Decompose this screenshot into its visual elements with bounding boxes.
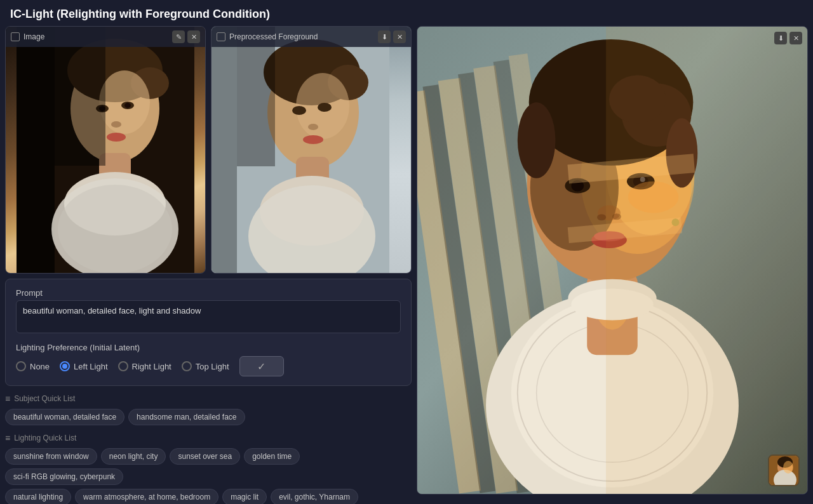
left-panel: Image ✎ ✕: [5, 26, 412, 494]
svg-point-76: [783, 461, 793, 474]
input-portrait-svg: [17, 26, 194, 274]
input-image-label-group: Image: [11, 32, 44, 41]
input-image-close-button[interactable]: ✕: [187, 30, 200, 43]
lighting-tag-sunset[interactable]: sunset over sea: [170, 448, 240, 465]
radio-left-circle: [60, 361, 70, 371]
output-close-button[interactable]: ✕: [789, 32, 802, 44]
svg-rect-18: [212, 27, 237, 274]
subject-quick-list-title: Subject Quick List: [5, 394, 412, 404]
output-panel: ⬇ ✕: [417, 26, 808, 494]
preprocessed-image-box: Preprocessed Foreground ⬇ ✕: [211, 26, 412, 274]
input-image-box: Image ✎ ✕: [5, 26, 206, 274]
radio-right-label: Right Light: [132, 362, 171, 371]
custom-light-icon: ✓: [257, 361, 265, 373]
lighting-quick-list-title: Lighting Quick List: [5, 433, 412, 443]
preprocessed-image-header: Preprocessed Foreground ⬇ ✕: [212, 27, 411, 47]
svg-rect-1: [17, 26, 55, 274]
preprocessed-close-button[interactable]: ✕: [393, 30, 406, 43]
lighting-tag-magic[interactable]: magic lit: [222, 489, 267, 504]
lighting-tag-golden[interactable]: golden time: [244, 448, 300, 465]
input-image-edit-button[interactable]: ✎: [172, 30, 185, 43]
radio-top-light[interactable]: Top Light: [182, 361, 229, 371]
subject-tag-1[interactable]: handsome man, detailed face: [128, 409, 245, 425]
lighting-tag-warm[interactable]: warm atmosphere, at home, bedroom: [75, 489, 218, 504]
lighting-tag-evil[interactable]: evil, gothic, Yharnam: [271, 489, 358, 504]
radio-top-circle: [182, 361, 192, 371]
preprocessed-image-actions: ⬇ ✕: [378, 30, 406, 43]
lighting-tag-neon[interactable]: neon light, city: [101, 448, 166, 465]
controls-panel: Prompt Lighting Preference (Initial Late…: [5, 279, 412, 386]
svg-point-27: [308, 124, 318, 130]
svg-rect-29: [237, 27, 275, 166]
svg-point-16: [58, 185, 172, 274]
radio-none-label: None: [30, 362, 50, 371]
prompt-section: Prompt: [16, 288, 401, 335]
subject-tag-0[interactable]: beautiful woman, detailed face: [5, 409, 124, 425]
preprocessed-portrait-svg: [212, 27, 389, 274]
output-image-container: [417, 27, 807, 494]
input-image-content: [6, 27, 205, 273]
lighting-tag-list-row1: sunshine from window neon light, city su…: [5, 448, 412, 485]
input-image-actions: ✎ ✕: [172, 30, 200, 43]
lighting-quick-list: Lighting Quick List sunshine from window…: [5, 433, 412, 504]
svg-rect-14: [55, 26, 105, 166]
svg-point-25: [292, 106, 306, 115]
lighting-tag-scifi[interactable]: sci-fi RGB glowing, cyberpunk: [5, 468, 123, 485]
radio-none-circle: [16, 361, 26, 371]
svg-point-26: [318, 103, 332, 112]
output-thumbnail: [768, 454, 800, 486]
subject-tag-list: beautiful woman, detailed face handsome …: [5, 409, 412, 425]
svg-point-11: [124, 103, 131, 108]
radio-right-circle: [118, 361, 128, 371]
svg-rect-71: [606, 27, 807, 494]
preprocessed-image-label: Preprocessed Foreground: [229, 32, 318, 41]
lighting-preference-section: Lighting Preference (Initial Latent) Non…: [16, 343, 401, 376]
lighting-tag-list-row2: natural lighting warm atmosphere, at hom…: [5, 489, 412, 504]
output-portrait-svg: [417, 27, 807, 494]
images-row: Image ✎ ✕: [5, 26, 412, 274]
preprocessed-image-checkbox[interactable]: [217, 32, 225, 41]
radio-left-light[interactable]: Left Light: [60, 361, 108, 371]
app-title: IC-Light (Relighting with Foreground Con…: [0, 0, 813, 26]
subject-quick-list: Subject Quick List beautiful woman, deta…: [5, 394, 412, 425]
lighting-radio-group: None Left Light Right Light: [16, 356, 401, 376]
radio-none[interactable]: None: [16, 361, 50, 371]
svg-point-13: [107, 133, 126, 142]
radio-left-label: Left Light: [74, 362, 108, 371]
preprocessed-image-label-group: Preprocessed Foreground: [217, 32, 318, 41]
lighting-tag-natural[interactable]: natural lighting: [5, 489, 71, 504]
radio-top-label: Top Light: [196, 362, 229, 371]
lighting-tag-sunshine[interactable]: sunshine from window: [5, 448, 97, 465]
svg-point-12: [111, 121, 121, 128]
svg-point-53: [518, 102, 556, 178]
preprocessed-image-content: [212, 27, 411, 273]
output-download-button[interactable]: ⬇: [774, 32, 787, 44]
radio-right-light[interactable]: Right Light: [118, 361, 171, 371]
input-image-checkbox[interactable]: [11, 32, 20, 41]
svg-point-28: [303, 135, 323, 144]
custom-light-button[interactable]: ✓: [239, 356, 284, 376]
input-image-label: Image: [24, 32, 44, 41]
prompt-textarea[interactable]: [16, 300, 401, 333]
output-header: ⬇ ✕: [769, 27, 807, 50]
prompt-label: Prompt: [16, 288, 401, 298]
svg-point-61: [597, 214, 606, 220]
preprocessed-download-button[interactable]: ⬇: [378, 30, 391, 43]
output-thumb-svg: [769, 456, 800, 486]
lighting-pref-label: Lighting Preference (Initial Latent): [16, 343, 401, 352]
input-image-header: Image ✎ ✕: [6, 27, 205, 47]
